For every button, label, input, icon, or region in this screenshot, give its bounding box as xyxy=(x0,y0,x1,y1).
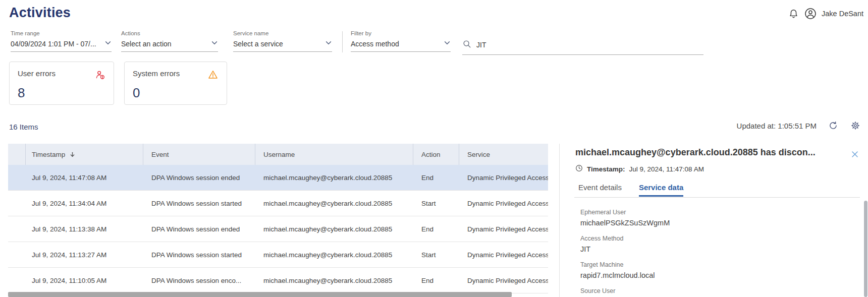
cell-action: Start xyxy=(413,191,459,216)
activities-page: Activities Jake DeSant Time range 04/09/… xyxy=(0,0,868,297)
column-header-event[interactable]: Event xyxy=(143,144,255,165)
user-errors-value: 8 xyxy=(18,85,105,101)
tab-event-details[interactable]: Event details xyxy=(578,183,622,197)
field-label: Target Machine xyxy=(580,261,670,268)
system-errors-label: System errors xyxy=(133,69,180,78)
cell-timestamp: Jul 9, 2024, 11:34:04 AM xyxy=(26,191,143,216)
sort-descending-icon xyxy=(69,151,76,158)
chevron-down-icon xyxy=(211,39,218,48)
field-ephemeral-user: Ephemeral User michaelPSGkZSuSzWgmM xyxy=(580,209,670,235)
filter-by-dropdown[interactable]: Filter by Access method xyxy=(351,30,451,52)
service-name-label: Service name xyxy=(233,30,332,36)
vertical-scrollbar[interactable] xyxy=(864,201,867,297)
table-header-row: Timestamp Event Username Action Service xyxy=(8,144,548,165)
cell-timestamp: Jul 9, 2024, 11:13:27 AM xyxy=(26,242,143,267)
cell-event: DPA Windows session ended xyxy=(143,165,255,190)
topbar-right: Jake DeSant xyxy=(787,8,863,20)
cell-username: michael.mcaughey@cyberark.cloud.20885 xyxy=(255,242,413,267)
cell-service: Dynamic Privileged Access xyxy=(459,216,548,242)
time-range-filter[interactable]: Time range 04/09/2024 1:01 PM - 07/... xyxy=(11,30,112,52)
cell-event: DPA Windows session enco... xyxy=(143,268,255,293)
user-name[interactable]: Jake DeSant xyxy=(822,10,863,18)
clock-icon xyxy=(575,164,583,173)
cell-event: DPA Windows session started xyxy=(143,242,255,267)
row-select-cell xyxy=(8,191,26,216)
cell-username: michael.mcaughey@cyberark.cloud.20885 xyxy=(255,191,413,216)
cell-action: End xyxy=(413,165,459,190)
page-title: Activities xyxy=(9,5,71,21)
updated-at-text: Updated at: 1:05:51 PM xyxy=(737,122,817,130)
user-avatar-icon[interactable] xyxy=(804,8,817,20)
column-header-timestamp[interactable]: Timestamp xyxy=(26,144,143,165)
table-row[interactable]: Jul 9, 2024, 11:13:38 AM DPA Windows ses… xyxy=(8,216,548,242)
tab-service-data[interactable]: Service data xyxy=(639,183,683,197)
filter-divider xyxy=(342,31,343,52)
row-select-cell xyxy=(8,216,26,242)
details-tabs: Event details Service data xyxy=(578,183,683,197)
details-timestamp-label: Timestamp: xyxy=(587,165,625,173)
chevron-down-icon xyxy=(444,39,451,48)
actions-filter[interactable]: Actions Select an action xyxy=(121,30,218,52)
cell-service: Dynamic Privileged Access xyxy=(459,268,548,293)
field-value: rapid7.mclmcloud.local xyxy=(580,271,670,279)
cell-timestamp: Jul 9, 2024, 11:10:05 AM xyxy=(26,268,143,293)
table-row[interactable]: Jul 9, 2024, 11:47:08 AM DPA Windows ses… xyxy=(8,165,548,191)
column-header-username[interactable]: Username xyxy=(255,144,413,165)
cell-action: Start xyxy=(413,242,459,267)
user-errors-label: User errors xyxy=(18,69,56,78)
warning-icon xyxy=(207,69,219,82)
search-icon xyxy=(462,39,471,50)
user-errors-card[interactable]: User errors 8 xyxy=(9,62,114,105)
system-errors-card[interactable]: System errors 0 xyxy=(124,62,227,105)
activities-table: Timestamp Event Username Action Service … xyxy=(8,144,548,293)
details-timestamp-value: Jul 9, 2024, 11:47:08 AM xyxy=(629,165,704,173)
details-timestamp-row: Timestamp: Jul 9, 2024, 11:47:08 AM xyxy=(575,164,704,173)
cell-service: Dynamic Privileged Access xyxy=(459,191,548,216)
close-icon[interactable] xyxy=(850,149,860,159)
horizontal-scrollbar[interactable] xyxy=(8,292,512,297)
details-panel-title: michael.mcaughey@cyberark.cloud.20885 ha… xyxy=(575,147,845,158)
table-row[interactable]: Jul 9, 2024, 11:13:27 AM DPA Windows ses… xyxy=(8,242,548,268)
cell-service: Dynamic Privileged Access xyxy=(459,165,548,190)
field-access-method: Access Method JIT xyxy=(580,235,670,261)
tabs-underline xyxy=(574,197,860,198)
cell-username: michael.mcaughey@cyberark.cloud.20885 xyxy=(255,165,413,190)
column-header-action[interactable]: Action xyxy=(413,144,459,165)
refresh-icon[interactable] xyxy=(828,120,839,131)
cell-action: End xyxy=(413,268,459,293)
select-column-header xyxy=(8,144,26,165)
filter-by-label: Filter by xyxy=(351,30,451,36)
field-label: Source User xyxy=(580,287,670,294)
service-name-filter[interactable]: Service name Select a service xyxy=(233,30,332,52)
actions-value: Select an action xyxy=(121,40,172,48)
notifications-bell-icon[interactable] xyxy=(787,8,799,20)
field-target-machine: Target Machine rapid7.mclmcloud.local xyxy=(580,261,670,287)
settings-gear-icon[interactable] xyxy=(850,120,861,131)
chevron-down-icon xyxy=(325,39,332,48)
actions-label: Actions xyxy=(121,30,218,36)
column-header-service[interactable]: Service xyxy=(459,144,548,165)
cell-username: michael.mcaughey@cyberark.cloud.20885 xyxy=(255,268,413,293)
system-errors-value: 0 xyxy=(133,85,219,101)
row-select-cell xyxy=(8,268,26,293)
cell-event: DPA Windows session started xyxy=(143,191,255,216)
chevron-down-icon xyxy=(104,39,112,48)
search-query-text: JIT xyxy=(476,41,486,49)
time-range-value: 04/09/2024 1:01 PM - 07/... xyxy=(11,40,96,48)
table-row[interactable]: Jul 9, 2024, 11:34:04 AM DPA Windows ses… xyxy=(8,191,548,216)
cell-timestamp: Jul 9, 2024, 11:47:08 AM xyxy=(26,165,143,190)
user-error-icon xyxy=(94,69,105,82)
table-row[interactable]: Jul 9, 2024, 11:10:05 AM DPA Windows ses… xyxy=(8,268,548,293)
field-value: JIT xyxy=(580,245,670,253)
service-data-fields: Ephemeral User michaelPSGkZSuSzWgmM Acce… xyxy=(580,209,670,297)
time-range-label: Time range xyxy=(11,30,112,36)
cell-service: Dynamic Privileged Access xyxy=(459,242,548,267)
cell-action: End xyxy=(413,216,459,242)
field-value: michaelPSGkZSuSzWgmM xyxy=(580,219,670,227)
cell-event: DPA Windows session ended xyxy=(143,216,255,242)
cell-timestamp: Jul 9, 2024, 11:13:38 AM xyxy=(26,216,143,242)
search-input[interactable]: JIT xyxy=(462,39,703,55)
updated-group: Updated at: 1:05:51 PM xyxy=(737,120,861,131)
service-name-value: Select a service xyxy=(233,40,283,48)
row-select-cell xyxy=(8,165,26,190)
